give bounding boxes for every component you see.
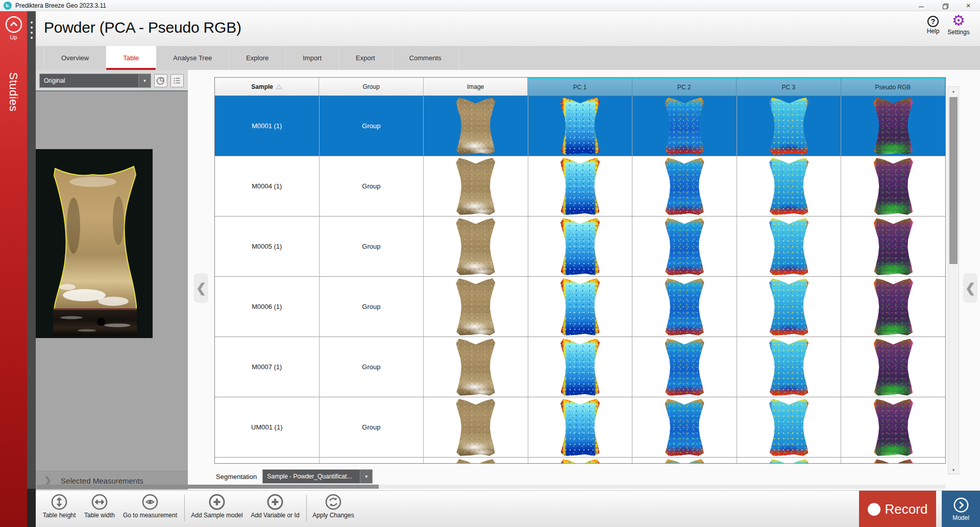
cell-group: Group (320, 156, 424, 216)
table-row[interactable]: UM001 (1)Group (215, 397, 945, 458)
studies-tab[interactable]: Studies (0, 51, 27, 133)
horizontal-scrollbar[interactable] (37, 485, 946, 489)
list-view-button[interactable] (170, 74, 184, 87)
pseudo-bag-image (873, 97, 914, 155)
table-row[interactable]: M0001 (1)Group (215, 96, 945, 156)
pc1-bag-image (560, 338, 601, 396)
samples-table: SampleGroupImagePC 1PC 2PC 3Pseudo RGB M… (214, 77, 946, 464)
pc1-bag-image (560, 97, 601, 155)
collapse-left-panel-button[interactable]: ❮ (194, 273, 208, 303)
cell-pc2-image (632, 96, 737, 156)
column-header-sample[interactable]: Sample (215, 78, 319, 96)
toolbar-table-width[interactable]: Table width (70, 493, 129, 519)
segmentation-dropdown[interactable]: Sample - Powder_Quantificat... ▼ (263, 470, 372, 483)
drag-handle-dots-icon[interactable] (27, 21, 36, 39)
image-bag-image (455, 338, 496, 396)
column-header-pc-2[interactable]: PC 2 (632, 78, 737, 96)
cell-pc3-image (737, 96, 842, 156)
toolbar-add-sample-model[interactable]: Add Sample model (188, 493, 246, 519)
chevron-right-circle-icon (953, 497, 969, 513)
toolbar-item-label: Go to measurement (121, 512, 179, 519)
toolbar-item-label: Add Variable or Id (246, 512, 304, 519)
list-icon (172, 76, 182, 86)
table-row[interactable]: M0007 (1)Group (215, 337, 945, 397)
table-header-row: SampleGroupImagePC 1PC 2PC 3Pseudo RGB (215, 78, 945, 96)
tab-import[interactable]: Import (286, 46, 339, 70)
pc2-bag-image (664, 218, 705, 276)
pc3-bag-image (769, 459, 810, 463)
segmentation-label: Segmentation (216, 473, 257, 481)
pc3-bag-image (769, 278, 810, 336)
table-row[interactable] (215, 458, 945, 463)
record-button[interactable]: Record (859, 491, 936, 527)
pc1-bag-image (560, 218, 601, 276)
cell-pseudo-image (841, 397, 945, 457)
toolbar-go-to-measurement[interactable]: Go to measurement (121, 493, 179, 519)
cell-pc1-image (528, 217, 633, 276)
pc2-bag-image (664, 459, 705, 463)
toolbar-add-variable-or-id[interactable]: Add Variable or Id (246, 493, 304, 519)
cell-pseudo-image (841, 156, 945, 216)
scrollbar-thumb[interactable] (37, 485, 379, 489)
image-bag-image (455, 97, 496, 155)
cell-sample: M0007 (1) (215, 337, 320, 397)
column-header-label: PC 3 (781, 84, 795, 91)
segmentation-row: Segmentation Sample - Powder_Quantificat… (216, 470, 372, 483)
cell-pc2-image (632, 217, 737, 276)
page-title: Powder (PCA - Pseudo RGB) (44, 19, 241, 36)
tab-comments[interactable]: Comments (393, 46, 459, 70)
column-header-pc-3[interactable]: PC 3 (737, 78, 841, 96)
restore-button[interactable] (933, 0, 957, 11)
display-mode-dropdown[interactable]: Original ▼ (40, 74, 151, 87)
dropdown-arrow-icon[interactable]: ▼ (360, 470, 372, 483)
cell-pseudo-image (841, 217, 945, 276)
tab-explore[interactable]: Explore (229, 46, 286, 70)
sample-preview-panel: ❯ Selected Measurements (36, 90, 188, 489)
toolbar-item-label: Add Sample model (188, 512, 246, 519)
cell-pc3-image (737, 458, 842, 463)
close-button[interactable]: ✕ (957, 0, 980, 11)
scroll-up-arrow-icon[interactable]: ▲ (948, 87, 959, 95)
pc3-bag-image (769, 157, 810, 215)
pc2-bag-image (664, 278, 705, 336)
tab-export[interactable]: Export (339, 46, 393, 70)
settings-button[interactable]: ⚙ Settings (944, 13, 973, 36)
pseudo-bag-image (873, 338, 914, 396)
pc1-bag-image (560, 278, 601, 336)
cell-group (320, 458, 424, 463)
table-row[interactable]: M0004 (1)Group (215, 156, 945, 217)
scrollbar-thumb[interactable] (949, 97, 958, 264)
up-button[interactable]: Up (0, 15, 27, 40)
minimize-icon (919, 7, 924, 7)
content-area: Original ▼ (36, 70, 980, 490)
column-header-group[interactable]: Group (319, 78, 423, 96)
toolbar-apply-changes[interactable]: Apply Changes (304, 493, 362, 519)
eye-icon (121, 493, 179, 511)
tab-table[interactable]: Table (106, 46, 156, 70)
help-button[interactable]: ? Help (922, 16, 944, 35)
tab-overview[interactable]: Overview (44, 46, 106, 70)
tab-analyse-tree[interactable]: Analyse Tree (156, 46, 229, 70)
vertical-scrollbar[interactable]: ▲ ▼ (948, 86, 959, 474)
dropdown-arrow-icon[interactable]: ▼ (138, 74, 151, 87)
cell-pseudo-image (841, 337, 945, 397)
column-header-pseudo-rgb[interactable]: Pseudo RGB (841, 78, 945, 96)
minimize-button[interactable] (910, 0, 933, 11)
pseudo-bag-image (873, 459, 914, 463)
chevron-left-icon: ❮ (965, 281, 975, 295)
pc1-bag-image (560, 157, 601, 215)
scroll-down-arrow-icon[interactable]: ▼ (948, 466, 959, 474)
model-button[interactable]: Model (942, 491, 980, 527)
pc3-bag-image (769, 398, 810, 457)
column-header-pc-1[interactable]: PC 1 (528, 78, 632, 96)
cell-sample (215, 458, 320, 463)
image-bag-image (455, 398, 496, 457)
overlay-toggle-button[interactable] (154, 74, 167, 87)
table-row[interactable]: M0005 (1)Group (215, 217, 945, 277)
collapse-right-panel-button[interactable]: ❮ (963, 273, 977, 303)
table-row[interactable]: M0006 (1)Group (215, 277, 945, 337)
cell-pseudo-image (841, 96, 945, 156)
column-header-image[interactable]: Image (424, 78, 528, 96)
cell-pc2-image (632, 397, 737, 457)
cell-pc1-image (528, 96, 633, 156)
